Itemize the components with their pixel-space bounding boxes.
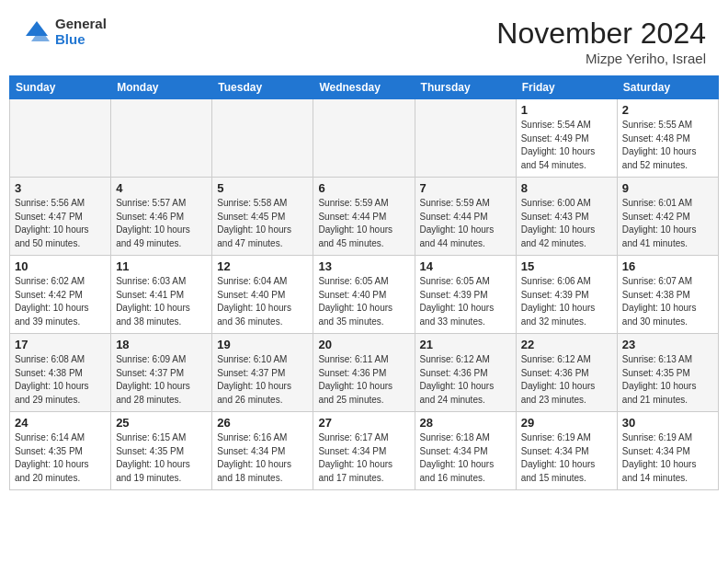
day-number: 1 <box>521 103 612 117</box>
calendar-table: SundayMondayTuesdayWednesdayThursdayFrid… <box>9 75 719 490</box>
calendar-week-row: 17Sunrise: 6:08 AM Sunset: 4:38 PM Dayli… <box>10 334 719 412</box>
day-info: Sunrise: 6:00 AM Sunset: 4:43 PM Dayligh… <box>521 197 612 250</box>
calendar-cell: 16Sunrise: 6:07 AM Sunset: 4:38 PM Dayli… <box>617 256 718 334</box>
day-number: 8 <box>521 181 612 195</box>
location: Mizpe Yeriho, Israel <box>496 51 706 66</box>
day-number: 2 <box>622 103 713 117</box>
calendar-cell: 26Sunrise: 6:16 AM Sunset: 4:34 PM Dayli… <box>212 412 313 490</box>
calendar-cell: 27Sunrise: 6:17 AM Sunset: 4:34 PM Dayli… <box>313 412 415 490</box>
calendar-header-thursday: Thursday <box>415 76 516 99</box>
day-number: 11 <box>116 259 207 273</box>
calendar-cell: 9Sunrise: 6:01 AM Sunset: 4:42 PM Daylig… <box>617 178 718 256</box>
calendar-week-row: 1Sunrise: 5:54 AM Sunset: 4:49 PM Daylig… <box>10 99 719 178</box>
day-number: 13 <box>318 259 409 273</box>
day-number: 20 <box>318 338 409 351</box>
calendar-cell: 28Sunrise: 6:18 AM Sunset: 4:34 PM Dayli… <box>415 412 516 490</box>
calendar-cell: 30Sunrise: 6:19 AM Sunset: 4:34 PM Dayli… <box>617 412 718 490</box>
calendar-cell: 24Sunrise: 6:14 AM Sunset: 4:35 PM Dayli… <box>10 412 111 490</box>
day-number: 6 <box>318 181 409 195</box>
month-title: November 2024 <box>496 17 706 51</box>
calendar-cell: 5Sunrise: 5:58 AM Sunset: 4:45 PM Daylig… <box>212 178 313 256</box>
calendar-header-saturday: Saturday <box>617 76 718 99</box>
calendar-cell: 22Sunrise: 6:12 AM Sunset: 4:36 PM Dayli… <box>516 334 617 412</box>
day-info: Sunrise: 6:01 AM Sunset: 4:42 PM Dayligh… <box>622 197 713 250</box>
day-number: 22 <box>521 338 612 351</box>
day-info: Sunrise: 6:18 AM Sunset: 4:34 PM Dayligh… <box>420 431 511 485</box>
day-info: Sunrise: 6:10 AM Sunset: 4:37 PM Dayligh… <box>217 353 308 407</box>
day-info: Sunrise: 6:02 AM Sunset: 4:42 PM Dayligh… <box>15 275 106 328</box>
day-info: Sunrise: 6:08 AM Sunset: 4:38 PM Dayligh… <box>15 353 106 407</box>
calendar-week-row: 24Sunrise: 6:14 AM Sunset: 4:35 PM Dayli… <box>10 412 719 490</box>
logo: General Blue <box>22 17 107 47</box>
day-info: Sunrise: 6:06 AM Sunset: 4:39 PM Dayligh… <box>521 275 612 328</box>
day-number: 4 <box>116 181 207 195</box>
day-info: Sunrise: 5:55 AM Sunset: 4:48 PM Dayligh… <box>622 119 713 172</box>
calendar-cell: 2Sunrise: 5:55 AM Sunset: 4:48 PM Daylig… <box>617 99 718 178</box>
calendar-cell: 7Sunrise: 5:59 AM Sunset: 4:44 PM Daylig… <box>415 178 516 256</box>
calendar-header-row: SundayMondayTuesdayWednesdayThursdayFrid… <box>10 76 719 99</box>
calendar-cell: 19Sunrise: 6:10 AM Sunset: 4:37 PM Dayli… <box>212 334 313 412</box>
calendar-cell: 11Sunrise: 6:03 AM Sunset: 4:41 PM Dayli… <box>111 256 212 334</box>
day-number: 21 <box>420 338 511 351</box>
day-info: Sunrise: 5:56 AM Sunset: 4:47 PM Dayligh… <box>15 197 106 250</box>
day-number: 18 <box>116 338 207 351</box>
calendar-cell: 21Sunrise: 6:12 AM Sunset: 4:36 PM Dayli… <box>415 334 516 412</box>
day-info: Sunrise: 6:05 AM Sunset: 4:39 PM Dayligh… <box>420 275 511 328</box>
day-info: Sunrise: 6:17 AM Sunset: 4:34 PM Dayligh… <box>318 431 409 485</box>
day-info: Sunrise: 5:59 AM Sunset: 4:44 PM Dayligh… <box>318 197 409 250</box>
calendar-cell: 13Sunrise: 6:05 AM Sunset: 4:40 PM Dayli… <box>313 256 415 334</box>
calendar-cell <box>212 99 313 178</box>
day-number: 16 <box>622 259 713 273</box>
day-info: Sunrise: 6:15 AM Sunset: 4:35 PM Dayligh… <box>116 431 207 485</box>
calendar-header-sunday: Sunday <box>10 76 111 99</box>
calendar-header-friday: Friday <box>516 76 617 99</box>
day-info: Sunrise: 5:58 AM Sunset: 4:45 PM Dayligh… <box>217 197 308 250</box>
calendar-cell: 14Sunrise: 6:05 AM Sunset: 4:39 PM Dayli… <box>415 256 516 334</box>
calendar-cell: 15Sunrise: 6:06 AM Sunset: 4:39 PM Dayli… <box>516 256 617 334</box>
calendar-cell: 10Sunrise: 6:02 AM Sunset: 4:42 PM Dayli… <box>10 256 111 334</box>
day-number: 28 <box>420 416 511 430</box>
day-number: 17 <box>15 338 106 351</box>
day-number: 3 <box>15 181 106 195</box>
calendar-cell: 17Sunrise: 6:08 AM Sunset: 4:38 PM Dayli… <box>10 334 111 412</box>
day-info: Sunrise: 6:03 AM Sunset: 4:41 PM Dayligh… <box>116 275 207 328</box>
page-header: General Blue November 2024 Mizpe Yeriho,… <box>0 0 728 75</box>
day-number: 29 <box>521 416 612 430</box>
logo-text: General Blue <box>55 17 107 47</box>
calendar-header-tuesday: Tuesday <box>212 76 313 99</box>
calendar-cell: 18Sunrise: 6:09 AM Sunset: 4:37 PM Dayli… <box>111 334 212 412</box>
calendar-cell: 6Sunrise: 5:59 AM Sunset: 4:44 PM Daylig… <box>313 178 415 256</box>
calendar-cell <box>111 99 212 178</box>
day-info: Sunrise: 6:19 AM Sunset: 4:34 PM Dayligh… <box>622 431 713 485</box>
calendar-cell <box>10 99 111 178</box>
day-number: 9 <box>622 181 713 195</box>
logo-blue: Blue <box>55 32 107 48</box>
calendar-cell: 3Sunrise: 5:56 AM Sunset: 4:47 PM Daylig… <box>10 178 111 256</box>
calendar-cell: 4Sunrise: 5:57 AM Sunset: 4:46 PM Daylig… <box>111 178 212 256</box>
day-number: 23 <box>622 338 713 351</box>
day-info: Sunrise: 6:12 AM Sunset: 4:36 PM Dayligh… <box>521 353 612 407</box>
calendar-cell <box>313 99 415 178</box>
calendar-header-monday: Monday <box>111 76 212 99</box>
day-info: Sunrise: 6:11 AM Sunset: 4:36 PM Dayligh… <box>318 353 409 407</box>
day-info: Sunrise: 5:59 AM Sunset: 4:44 PM Dayligh… <box>420 197 511 250</box>
logo-icon <box>22 17 51 47</box>
day-number: 25 <box>116 416 207 430</box>
calendar-header-wednesday: Wednesday <box>313 76 415 99</box>
calendar-week-row: 3Sunrise: 5:56 AM Sunset: 4:47 PM Daylig… <box>10 178 719 256</box>
day-number: 24 <box>15 416 106 430</box>
title-block: November 2024 Mizpe Yeriho, Israel <box>496 17 706 66</box>
day-number: 5 <box>217 181 308 195</box>
calendar-cell: 20Sunrise: 6:11 AM Sunset: 4:36 PM Dayli… <box>313 334 415 412</box>
day-number: 12 <box>217 259 308 273</box>
day-info: Sunrise: 6:04 AM Sunset: 4:40 PM Dayligh… <box>217 275 308 328</box>
day-info: Sunrise: 6:13 AM Sunset: 4:35 PM Dayligh… <box>622 353 713 407</box>
day-number: 7 <box>420 181 511 195</box>
logo-general: General <box>55 17 107 32</box>
day-info: Sunrise: 6:07 AM Sunset: 4:38 PM Dayligh… <box>622 275 713 328</box>
day-info: Sunrise: 6:16 AM Sunset: 4:34 PM Dayligh… <box>217 431 308 485</box>
calendar-cell <box>415 99 516 178</box>
day-number: 15 <box>521 259 612 273</box>
day-info: Sunrise: 6:05 AM Sunset: 4:40 PM Dayligh… <box>318 275 409 328</box>
calendar-cell: 29Sunrise: 6:19 AM Sunset: 4:34 PM Dayli… <box>516 412 617 490</box>
